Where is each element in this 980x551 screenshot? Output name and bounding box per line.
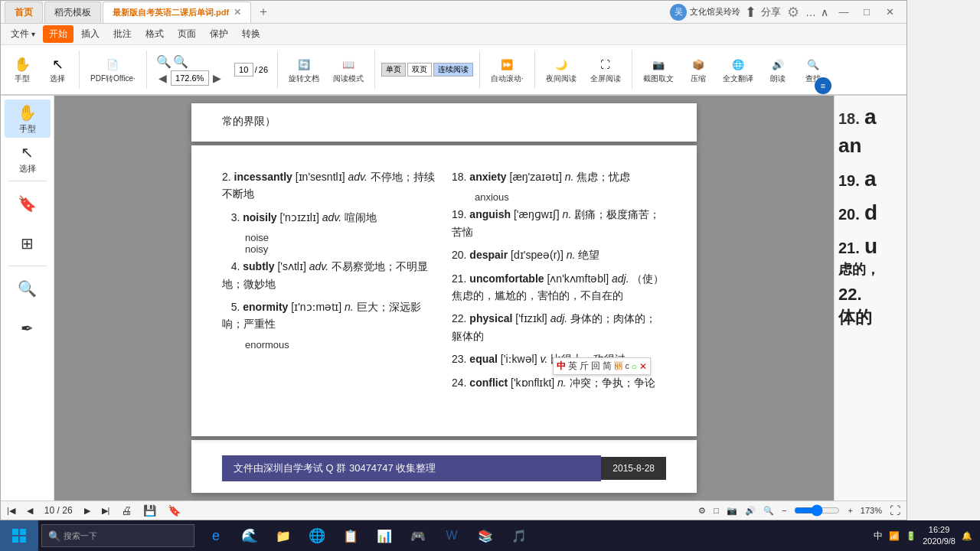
sidebar-select-button[interactable]: ↖ 选择	[5, 139, 51, 178]
sidebar-divider-2	[8, 266, 47, 266]
status-icon-4[interactable]: ⚙	[698, 506, 706, 516]
close-button[interactable]: ✕	[879, 5, 900, 20]
read-mode-button[interactable]: 📖 阅读模式	[328, 54, 368, 86]
screenshot-label: 截图取文	[643, 73, 674, 84]
taskbar-app3-icon[interactable]: 🎮	[403, 520, 433, 551]
start-button[interactable]	[0, 520, 38, 551]
single-page-button[interactable]: 单页	[381, 63, 406, 77]
status-page-nav-first[interactable]: |◀	[7, 506, 15, 516]
mini-btn-x[interactable]: ✕	[639, 361, 647, 372]
mini-btn-o[interactable]: ○	[632, 361, 637, 372]
zoom-input[interactable]	[171, 70, 209, 86]
status-icon-1[interactable]: 🖨	[121, 504, 132, 517]
zoom-out-button[interactable]: 🔍	[156, 54, 172, 69]
taskbar-app1-icon[interactable]: 📋	[335, 520, 366, 551]
settings-icon[interactable]: ⚙	[787, 4, 799, 21]
sidebar-hand-button[interactable]: ✋ 手型	[5, 99, 51, 138]
mini-btn-jian[interactable]: 简	[603, 360, 612, 373]
taskbar-app2-icon[interactable]: 📊	[369, 520, 400, 551]
taskbar-ie-icon[interactable]: e	[201, 520, 231, 551]
sidebar-bookmark-button[interactable]: 🔖	[5, 184, 51, 223]
taskbar-app4-icon[interactable]: 📚	[470, 520, 501, 551]
select-tool-button[interactable]: ↖ 选择	[42, 54, 73, 86]
taskbar-wifi-icon[interactable]: 📶	[889, 531, 900, 541]
mini-btn-c[interactable]: c	[626, 362, 629, 370]
close-tab-icon[interactable]: ✕	[234, 7, 241, 18]
document-area[interactable]: 常的界限） 2. incessantly [ɪn'sesntlɪ] adv. 不…	[54, 96, 834, 500]
menu-protect[interactable]: 保护	[204, 25, 234, 43]
mini-btn-back[interactable]: 回	[591, 360, 600, 373]
share-label[interactable]: 分享	[761, 5, 781, 19]
full-screen-button[interactable]: ⛶ 全屏阅读	[586, 54, 626, 86]
night-read-button[interactable]: 🌙 夜间阅读	[541, 54, 581, 86]
menu-start[interactable]: 开始	[43, 25, 74, 43]
menu-convert[interactable]: 转换	[236, 25, 266, 43]
sep4	[374, 51, 375, 89]
menu-insert[interactable]: 插入	[75, 25, 106, 43]
status-icon-7[interactable]: 🔊	[745, 506, 756, 516]
tab-home[interactable]: 首页	[5, 2, 43, 23]
sidebar-thumbnail-button[interactable]: ⊞	[5, 224, 51, 262]
menu-format[interactable]: 格式	[139, 25, 170, 43]
mini-btn-english[interactable]: 英	[568, 360, 577, 373]
mini-btn-li[interactable]: 丽	[614, 360, 623, 373]
status-icon-5[interactable]: □	[714, 506, 719, 515]
share-icon[interactable]: ⬆	[745, 4, 756, 21]
night-read-label: 夜间阅读	[546, 73, 577, 84]
minimize-button[interactable]: —	[833, 5, 854, 20]
taskbar-notification[interactable]: 🔔	[962, 531, 972, 541]
rotate-button[interactable]: 🔄 旋转文档	[284, 54, 324, 86]
taskbar-app5-icon[interactable]: 🎵	[504, 520, 534, 551]
tab-templates[interactable]: 稻壳模板	[44, 2, 101, 23]
page-number-input[interactable]	[234, 63, 253, 77]
compress-button[interactable]: 📦 压缩	[683, 54, 714, 86]
zoom-slider[interactable]	[794, 504, 840, 517]
new-tab-button[interactable]: ＋	[253, 4, 274, 20]
status-icon-8[interactable]: 🔍	[763, 506, 774, 516]
taskbar-lang-icon[interactable]: 中	[874, 530, 883, 543]
status-icon-2[interactable]: 💾	[143, 504, 156, 517]
collapse-icon[interactable]: ∧	[821, 6, 828, 18]
menu-file[interactable]: 文件 ▾	[5, 25, 41, 43]
more-icon[interactable]: …	[805, 6, 816, 18]
status-fullscreen-button[interactable]: ⛶	[890, 504, 900, 517]
translate-button[interactable]: 🌐 全文翻译	[718, 54, 758, 86]
menu-comment[interactable]: 批注	[107, 25, 138, 43]
screenshot-text-button[interactable]: 📷 截图取文	[639, 54, 678, 86]
taskbar-battery-icon[interactable]: 🔋	[906, 531, 916, 541]
sidebar-hand-icon: ✋	[18, 103, 37, 122]
pdf-to-office-button[interactable]: 📄 PDF转Office·	[86, 54, 140, 86]
next-page-button[interactable]: ▶	[211, 72, 224, 84]
zoom-in-button[interactable]: 🔍	[173, 54, 188, 69]
taskbar-word-icon[interactable]: W	[436, 520, 467, 551]
read-aloud-button[interactable]: 🔊 朗读	[763, 54, 793, 86]
status-zoom-plus[interactable]: +	[848, 506, 852, 515]
taskbar-folder-icon[interactable]: 📁	[268, 520, 299, 551]
mini-btn-zhongwen[interactable]: 中	[557, 360, 566, 373]
prev-page-button[interactable]: ◀	[156, 72, 169, 84]
continuous-read-button[interactable]: 连续阅读	[433, 63, 473, 77]
hand-tool-button[interactable]: ✋ 手型	[7, 54, 38, 86]
maximize-button[interactable]: □	[856, 5, 877, 20]
tab-pdf[interactable]: 最新版自考英语二课后单词.pdf ✕	[103, 2, 251, 23]
auto-scroll-button[interactable]: ⏩ 自动滚动·	[486, 54, 528, 86]
status-page-nav-next[interactable]: ▶	[84, 506, 90, 516]
status-icon-6[interactable]: 📷	[727, 506, 737, 516]
status-page-nav-prev[interactable]: ◀	[27, 506, 33, 516]
right-panel-21-detail: 虑的，	[838, 261, 903, 279]
entry-conflict: 24. conflict ['kɒnflɪkt] n. 冲突；争执；争论	[452, 374, 666, 391]
double-page-button[interactable]: 双页	[407, 63, 432, 77]
taskbar-edge-icon[interactable]: 🌊	[234, 520, 265, 551]
right-panel-19: 19. a	[838, 164, 903, 194]
status-icon-3[interactable]: 🔖	[168, 504, 181, 517]
sidebar-sign-button[interactable]: ✒	[5, 309, 51, 347]
sidebar-search-button[interactable]: 🔍	[5, 269, 51, 308]
status-page-nav-last[interactable]: ▶|	[102, 506, 110, 516]
mini-btn-jin[interactable]: 斤	[580, 360, 589, 373]
status-zoom-minus[interactable]: −	[782, 506, 786, 515]
taskbar-search[interactable]: 🔍 搜索一下	[41, 524, 194, 547]
taskbar-chrome-icon[interactable]: 🌐	[302, 520, 332, 551]
footer-row: 文件由深圳自学考试 Q 群 30474747 收集整理 2015-8-28	[222, 455, 666, 481]
page-nav: / 26	[231, 63, 271, 77]
menu-page[interactable]: 页面	[172, 25, 202, 43]
